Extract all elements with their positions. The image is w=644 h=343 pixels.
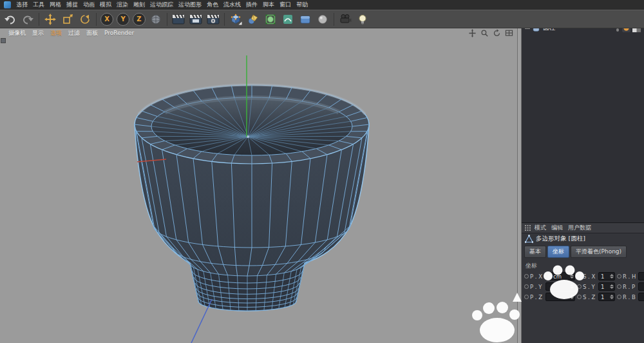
- keyframe-circle-icon[interactable]: [524, 274, 529, 279]
- undo-icon[interactable]: [2, 11, 19, 28]
- tab-phong[interactable]: 平滑着色(Phong): [571, 246, 627, 258]
- cinema4d-window: 选择 工具 网格 捕捉 动画 模拟 渲染 雕刻 运动跟踪 运动图形 角色 流水线…: [0, 0, 644, 343]
- field-input[interactable]: [638, 282, 644, 291]
- menubar-item[interactable]: 运动图形: [176, 1, 204, 9]
- attribute-title: 多边形对象 [圆柱]: [536, 235, 585, 243]
- am-menu-item[interactable]: 模式: [532, 224, 549, 232]
- cylinder-model[interactable]: [135, 85, 369, 311]
- main-toolbar: X Y Z: [0, 10, 644, 28]
- keyframe-circle-icon[interactable]: [524, 295, 529, 299]
- keyframe-circle-icon[interactable]: [617, 295, 621, 299]
- viewport-3d[interactable]: 摄像机 显示 选项 过滤 面板 ProRender: [0, 28, 517, 343]
- volume-icon[interactable]: [297, 11, 314, 28]
- coordinate-system-icon[interactable]: [147, 11, 164, 28]
- am-menu-item[interactable]: 编辑: [549, 224, 565, 232]
- menubar-item[interactable]: 流水线: [221, 1, 243, 9]
- menubar-item[interactable]: 模拟: [97, 1, 114, 9]
- field-input[interactable]: [638, 293, 644, 301]
- viewport-menu-item[interactable]: 显示: [29, 29, 47, 37]
- keyframe-circle-icon[interactable]: [524, 284, 529, 289]
- field-input[interactable]: 1: [598, 282, 615, 291]
- tab-basic[interactable]: 基本: [524, 246, 546, 258]
- edit-render-settings-icon[interactable]: [205, 11, 222, 28]
- stepper-icon[interactable]: [570, 284, 574, 289]
- menubar-item[interactable]: 工具: [30, 1, 47, 9]
- menubar-item[interactable]: 插件: [243, 1, 260, 9]
- panel-splitter[interactable]: [517, 10, 522, 343]
- viewport-menu-item[interactable]: 选项: [47, 29, 65, 37]
- right-panel: 文件 编辑 查看 对象 标签 书签 圆柱 模式: [522, 10, 644, 343]
- render-view-icon[interactable]: [170, 11, 187, 28]
- x-axis-lock-button[interactable]: X: [100, 13, 113, 26]
- field-s-y: S . Y 1: [577, 282, 615, 291]
- menubar-item[interactable]: 脚本: [260, 1, 277, 9]
- field-s-z: S . Z 1: [577, 293, 615, 301]
- keyframe-circle-icon[interactable]: [617, 274, 621, 279]
- menubar-item[interactable]: 网格: [47, 1, 64, 9]
- z-axis-lock-button[interactable]: Z: [133, 13, 146, 26]
- menubar-item[interactable]: 选择: [14, 1, 30, 9]
- subdivision-surface-icon[interactable]: [262, 11, 279, 28]
- cube-primitive-icon[interactable]: [227, 11, 244, 28]
- field-input[interactable]: [545, 293, 575, 301]
- viewport-menu-item[interactable]: 过滤: [65, 29, 83, 37]
- viewport-corner-widget[interactable]: [1, 38, 6, 43]
- tab-coordinates[interactable]: 坐标: [547, 246, 569, 258]
- panel-grip-icon[interactable]: [525, 225, 531, 231]
- menubar-item[interactable]: 窗口: [277, 1, 294, 9]
- move-tool-icon[interactable]: [42, 11, 59, 28]
- menubar-item[interactable]: 动画: [80, 1, 97, 9]
- stepper-icon[interactable]: [570, 295, 574, 299]
- rotate-view-icon[interactable]: [493, 29, 501, 37]
- y-axis-lock-button[interactable]: Y: [117, 13, 129, 26]
- am-menu-item[interactable]: 用户数据: [565, 224, 594, 232]
- field-p-y: P . Y: [524, 282, 575, 291]
- menubar-item[interactable]: 捕捉: [64, 1, 80, 9]
- pan-view-icon[interactable]: [468, 29, 477, 37]
- menubar-item[interactable]: 帮助: [294, 1, 310, 9]
- toolbar-separator: [39, 13, 39, 26]
- light-icon[interactable]: [354, 11, 371, 28]
- field-label: P . Z: [530, 294, 544, 300]
- redo-icon[interactable]: [19, 11, 36, 28]
- object-tree: 圆柱: [522, 20, 644, 222]
- field-p-z: P . Z: [524, 293, 575, 301]
- field-label: R . B: [623, 294, 637, 300]
- modeling-sphere-icon[interactable]: [314, 11, 331, 28]
- viewport-canvas[interactable]: [0, 28, 517, 343]
- app-logo-icon[interactable]: [4, 1, 11, 8]
- keyframe-circle-icon[interactable]: [577, 274, 582, 279]
- field-r-h: R . H: [617, 272, 644, 280]
- field-input[interactable]: 0 cm: [545, 272, 575, 280]
- keyframe-circle-icon[interactable]: [577, 284, 582, 289]
- keyframe-circle-icon[interactable]: [617, 284, 621, 289]
- menubar-item[interactable]: 雕刻: [131, 1, 147, 9]
- viewport-menu-item[interactable]: ProRender: [101, 30, 137, 36]
- pen-spline-icon[interactable]: [245, 11, 261, 28]
- toggle-views-icon[interactable]: [505, 29, 513, 37]
- field-input[interactable]: [638, 272, 644, 280]
- viewport-menu-item[interactable]: 面板: [83, 29, 101, 37]
- field-input[interactable]: 1: [598, 293, 615, 301]
- viewport-menu-item[interactable]: 摄像机: [5, 29, 29, 37]
- menubar-item[interactable]: 运动跟踪: [147, 1, 176, 9]
- field-input[interactable]: 1: [598, 272, 615, 280]
- render-to-picture-viewer-icon[interactable]: [187, 11, 204, 28]
- camera-icon[interactable]: [337, 11, 354, 28]
- menubar-item[interactable]: 渲染: [114, 1, 131, 9]
- field-label: S . Y: [583, 284, 597, 290]
- coordinates-section-label[interactable]: 坐标: [522, 259, 644, 272]
- field-input[interactable]: [545, 282, 575, 291]
- scale-tool-icon[interactable]: [59, 11, 76, 28]
- zoom-view-icon[interactable]: [480, 29, 489, 37]
- rotate-tool-icon[interactable]: [77, 11, 93, 28]
- field-value: 1: [601, 294, 610, 300]
- polygon-object-icon: [525, 235, 533, 243]
- stepper-icon[interactable]: [610, 284, 614, 289]
- deformer-icon[interactable]: [279, 11, 296, 28]
- field-s-x: S . X 1: [577, 272, 615, 280]
- menubar-item[interactable]: 角色: [204, 1, 221, 9]
- stepper-icon[interactable]: [610, 295, 614, 299]
- stepper-icon[interactable]: [610, 274, 614, 279]
- keyframe-circle-icon[interactable]: [577, 295, 582, 299]
